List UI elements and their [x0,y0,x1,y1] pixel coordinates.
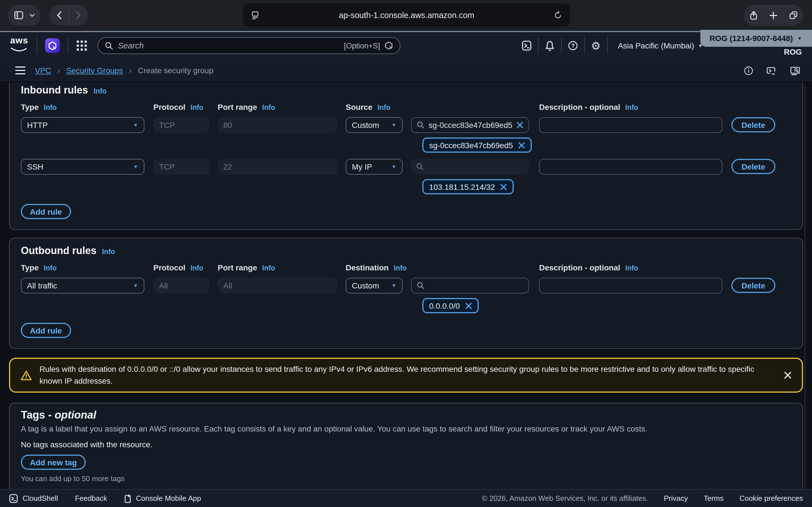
page-tools [744,66,801,75]
back-icon [56,11,62,20]
clear-icon[interactable] [516,122,523,128]
source-mode-select[interactable]: Custom ▼ [346,117,403,133]
source-chip[interactable]: 103.181.15.214/32 [422,179,514,194]
notifications-button[interactable] [538,40,561,51]
amazon-q-app-icon[interactable] [45,38,60,53]
cloudshell-panel-icon[interactable] [766,66,777,75]
aws-logo-text: aws [9,37,29,45]
protocol-field: TCP [153,159,209,175]
scrollbar-track[interactable] [805,84,805,488]
info-link[interactable]: Info [44,104,57,112]
delete-rule-button[interactable]: Delete [731,278,775,293]
info-link[interactable]: Info [102,248,115,256]
tab-overview-icon[interactable] [789,11,798,20]
reload-icon[interactable] [554,11,562,20]
selected-source-chips: sg-0ccec83e47cb69ed5 [21,137,791,152]
remove-chip-icon[interactable] [500,183,507,190]
cloudshell-nav-button[interactable] [515,41,538,51]
dismiss-warning-button[interactable] [784,371,792,379]
back-button[interactable] [50,11,68,20]
info-link[interactable]: Info [377,104,391,112]
column-protocol: Protocol [153,263,186,272]
side-menu-toggle[interactable] [15,66,26,75]
info-link[interactable]: Info [262,104,275,112]
footer-privacy-link[interactable]: Privacy [664,494,688,503]
type-select[interactable]: SSH ▼ [21,159,144,175]
footer-terms-link[interactable]: Terms [704,494,724,503]
info-icon[interactable] [744,66,753,75]
url-text: ap-south-1.console.aws.amazon.com [259,11,554,20]
info-link[interactable]: Info [262,264,275,272]
footer-feedback-button[interactable]: Feedback [75,494,107,503]
browser-toolbar: ap-south-1.console.aws.amazon.com [0,0,812,31]
source-chip-label: 103.181.15.214/32 [429,182,495,191]
column-description: Description - optional [539,103,620,112]
account-menu-button[interactable]: ROG (1214-9007-6448) ▼ [700,30,812,47]
breadcrumb-link-security-groups[interactable]: Security Groups [66,66,123,75]
search-placeholder: Search [118,41,340,50]
info-link[interactable]: Info [394,264,407,272]
help-button[interactable]: ? [561,41,584,51]
type-select[interactable]: All traffic ▼ [21,278,144,293]
search-icon [105,41,113,50]
add-rule-button[interactable]: Add rule [21,204,71,219]
column-destination: Destination [346,263,389,272]
port-range-field: 22 [218,159,337,175]
services-menu-button[interactable] [76,40,87,51]
settings-button[interactable]: ⚙ [585,40,607,52]
source-search-input[interactable] [411,159,529,175]
chevron-down-icon: ▼ [391,283,396,288]
add-rule-button[interactable]: Add rule [21,323,71,338]
outbound-rules-title: Outbound rules [21,245,96,257]
source-mode-select[interactable]: My IP ▼ [346,159,403,175]
chevron-down-icon: ▼ [133,283,138,288]
remove-chip-icon[interactable] [518,142,525,149]
selected-source-chips: 103.181.15.214/32 [21,179,791,194]
new-tab-icon[interactable] [769,11,777,19]
chevron-down-icon [29,13,35,17]
info-link[interactable]: Info [94,87,107,95]
info-link[interactable]: Info [191,264,204,272]
footer-cloudshell-button[interactable]: CloudShell [9,494,58,503]
source-chip[interactable]: sg-0ccec83e47cb69ed5 [422,137,531,153]
breadcrumb-link-vpc[interactable]: VPC [35,66,51,75]
apps-grid-icon [76,40,87,51]
sidebar-toggle-button[interactable] [8,4,41,26]
remove-chip-icon[interactable] [465,302,472,309]
add-new-tag-button[interactable]: Add new tag [21,455,86,470]
destination-search-input[interactable] [411,278,529,293]
info-link[interactable]: Info [625,104,638,112]
console-search-input[interactable]: Search [Option+S] [98,37,400,54]
delete-rule-button[interactable]: Delete [731,159,775,174]
destination-chip[interactable]: 0.0.0.0/0 [422,298,478,313]
type-select[interactable]: HTTP ▼ [21,117,144,133]
tools-panel-icon[interactable] [790,66,801,75]
delete-rule-button[interactable]: Delete [731,117,775,132]
aws-logo[interactable]: aws [9,37,29,55]
info-link[interactable]: Info [44,264,57,272]
tags-limit-note: You can add up to 50 more tags [21,474,791,483]
breadcrumb-bar: VPC › Security Groups › Create security … [0,59,812,82]
breadcrumb-separator: › [57,66,60,75]
footer-cookie-preferences-link[interactable]: Cookie preferences [740,494,803,503]
info-link[interactable]: Info [191,104,204,112]
outbound-column-headers: TypeInfo ProtocolInfo Port rangeInfo Des… [21,263,791,273]
info-link[interactable]: Info [625,264,638,272]
main-content: Inbound rules Info TypeInfo ProtocolInfo… [0,82,812,489]
address-bar[interactable]: ap-south-1.console.aws.amazon.com [243,3,570,27]
column-source: Source [346,103,372,112]
forward-button[interactable] [69,11,88,20]
footer-mobile-app-button[interactable]: Console Mobile App [124,494,201,503]
region-selector[interactable]: Asia Pacific (Mumbai) ▼ [608,41,713,50]
source-mode-value: My IP [352,162,372,171]
share-icon[interactable] [749,10,758,20]
forward-icon [75,11,81,20]
source-search-input[interactable]: sg-0ccec83e47cb69ed5 [411,117,529,133]
description-input[interactable] [539,159,722,175]
destination-mode-select[interactable]: Custom ▼ [346,278,403,293]
description-input[interactable] [539,278,722,293]
region-label: Asia Pacific (Mumbai) [618,41,694,50]
search-shortcut-hint: [Option+S] [344,41,380,50]
description-input[interactable] [539,117,722,133]
chevron-down-icon: ▼ [133,164,138,170]
